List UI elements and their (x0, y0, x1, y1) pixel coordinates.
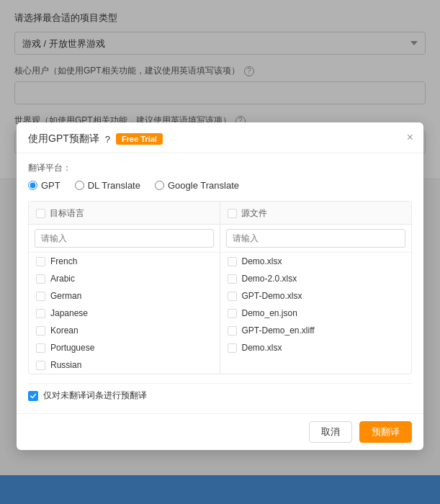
file-demo-xlsx-label: Demo.xlsx (242, 256, 282, 266)
only-untranslated-label: 仅对未翻译词条进行预翻译 (43, 390, 147, 402)
source-files-select-all-checkbox[interactable] (228, 209, 237, 218)
two-col-container: 目标语言 French Arabic (28, 201, 412, 374)
lang-japanese-label: Japanese (50, 308, 88, 318)
list-item[interactable]: French (29, 253, 220, 270)
file-demo-en-json-label: Demo_en.json (242, 308, 297, 318)
list-item[interactable]: Korean (29, 322, 220, 339)
target-lang-select-all-checkbox[interactable] (36, 209, 45, 218)
only-untranslated-row: 仅对未翻译词条进行预翻译 (28, 383, 412, 405)
file-demo2-xlsx-checkbox[interactable] (228, 274, 237, 284)
list-item[interactable]: Demo_en.json (220, 305, 412, 322)
file-gpt-demo-xlsx-checkbox[interactable] (228, 292, 237, 301)
modal-title: 使用GPT预翻译 (28, 132, 99, 145)
free-trial-badge: Free Trial (116, 133, 163, 145)
source-files-header-text: 源文件 (241, 207, 267, 220)
source-files-search-input[interactable] (226, 229, 406, 248)
lang-korean-checkbox[interactable] (36, 326, 45, 336)
file-gpt-demo-xliff-checkbox[interactable] (228, 326, 237, 336)
list-item[interactable]: Demo-2.0.xlsx (220, 270, 412, 287)
source-files-list: Demo.xlsx Demo-2.0.xlsx GPT-Demo.xlsx (220, 253, 412, 356)
target-lang-list: French Arabic German Japanese (29, 253, 220, 374)
lang-arabic-checkbox[interactable] (36, 274, 45, 284)
modal: 使用GPT预翻译 ? Free Trial × 翻译平台： GPT DL Tra… (17, 122, 423, 450)
file-demo-xlsx2-label: Demo.xlsx (242, 343, 282, 353)
target-lang-header-text: 目标语言 (50, 207, 84, 220)
lang-arabic-label: Arabic (50, 274, 75, 284)
list-item[interactable]: Japanese (29, 305, 220, 322)
target-lang-search (29, 225, 220, 253)
modal-close-button[interactable]: × (407, 132, 413, 143)
radio-dl[interactable]: DL Translate (75, 180, 140, 191)
source-files-search (220, 225, 412, 253)
platform-label: 翻译平台： (28, 162, 412, 174)
modal-header: 使用GPT预翻译 ? Free Trial × (17, 122, 423, 153)
lang-portuguese-checkbox[interactable] (36, 343, 45, 353)
file-demo-en-json-checkbox[interactable] (228, 309, 237, 318)
modal-help-icon[interactable]: ? (105, 134, 110, 145)
modal-body: 翻译平台： GPT DL Translate Google Translate (17, 153, 423, 413)
file-demo-xlsx-checkbox[interactable] (228, 257, 237, 266)
lang-french-checkbox[interactable] (36, 257, 45, 266)
list-item[interactable]: Portuguese (29, 339, 220, 356)
cancel-button[interactable]: 取消 (309, 421, 352, 443)
lang-russian-label: Russian (50, 360, 81, 370)
lang-german-label: German (50, 291, 81, 301)
target-lang-search-input[interactable] (35, 229, 214, 248)
list-item[interactable]: GPT-Demo_en.xliff (220, 322, 412, 339)
list-item[interactable]: GPT-Demo.xlsx (220, 287, 412, 305)
radio-gpt[interactable]: GPT (28, 180, 60, 191)
list-item[interactable]: Demo.xlsx (220, 253, 412, 270)
list-item[interactable]: German (29, 287, 220, 305)
radio-google-label: Google Translate (168, 180, 239, 191)
lang-german-checkbox[interactable] (36, 292, 45, 301)
target-lang-col: 目标语言 French Arabic (29, 202, 220, 374)
file-demo-xlsx2-checkbox[interactable] (228, 343, 237, 353)
confirm-button[interactable]: 预翻译 (359, 421, 412, 443)
list-item[interactable]: Arabic (29, 270, 220, 287)
target-lang-header: 目标语言 (29, 202, 220, 225)
lang-japanese-checkbox[interactable] (36, 309, 45, 318)
modal-overlay: 使用GPT预翻译 ? Free Trial × 翻译平台： GPT DL Tra… (0, 0, 440, 504)
list-item[interactable]: Demo.xlsx (220, 339, 412, 356)
file-gpt-demo-xlsx-label: GPT-Demo.xlsx (242, 291, 302, 301)
lang-russian-checkbox[interactable] (36, 361, 45, 370)
file-gpt-demo-xliff-label: GPT-Demo_en.xliff (242, 325, 315, 336)
modal-footer: 取消 预翻译 (17, 413, 423, 450)
file-demo2-xlsx-label: Demo-2.0.xlsx (242, 274, 297, 284)
lang-french-label: French (50, 256, 77, 266)
lang-portuguese-label: Portuguese (50, 343, 94, 353)
radio-google[interactable]: Google Translate (155, 180, 239, 191)
radio-dl-label: DL Translate (88, 180, 140, 191)
list-item[interactable]: Russian (29, 356, 220, 374)
only-untranslated-checkbox[interactable] (28, 391, 38, 401)
source-files-col: 源文件 Demo.xlsx Demo-2.0.xlsx (220, 202, 412, 374)
platform-radio-group: GPT DL Translate Google Translate (28, 180, 412, 191)
lang-korean-label: Korean (50, 325, 78, 336)
radio-gpt-label: GPT (41, 180, 60, 191)
source-files-header: 源文件 (220, 202, 412, 225)
